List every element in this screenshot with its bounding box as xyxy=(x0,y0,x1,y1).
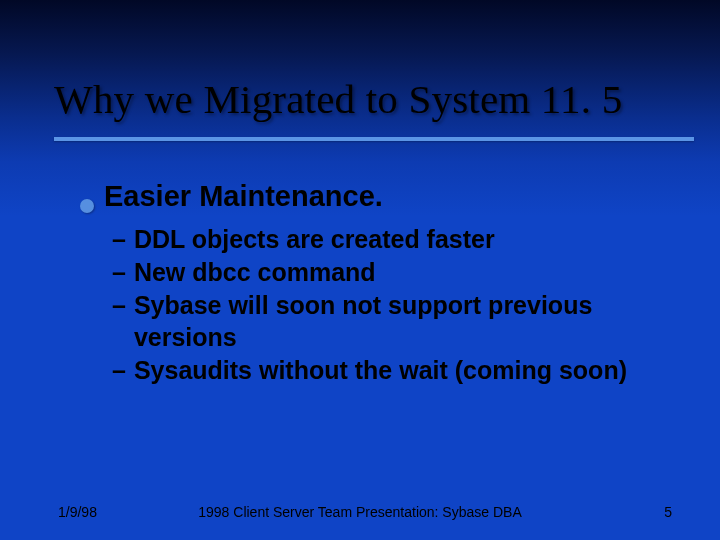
sub-bullet-text: New dbcc command xyxy=(134,256,670,288)
dash-icon: – xyxy=(112,223,126,255)
slide-title: Why we Migrated to System 11. 5 xyxy=(54,78,680,121)
sub-bullet-text: DDL objects are created faster xyxy=(134,223,670,255)
sub-bullet-text: Sybase will soon not support previous ve… xyxy=(134,289,670,353)
bullet-row: Easier Maintenance. xyxy=(80,180,670,213)
sub-bullet-list: – DDL objects are created faster – New d… xyxy=(112,223,670,386)
footer-page-number: 5 xyxy=(664,504,672,520)
dash-icon: – xyxy=(112,256,126,288)
slide-body: Easier Maintenance. – DDL objects are cr… xyxy=(80,180,670,387)
slide-footer: 1/9/98 1998 Client Server Team Presentat… xyxy=(0,498,720,520)
title-block: Why we Migrated to System 11. 5 xyxy=(54,78,680,141)
sub-bullet-item: – New dbcc command xyxy=(112,256,670,288)
bullet-heading: Easier Maintenance. xyxy=(104,180,383,213)
bullet-disc-icon xyxy=(80,199,94,213)
sub-bullet-item: – Sybase will soon not support previous … xyxy=(112,289,670,353)
sub-bullet-item: – DDL objects are created faster xyxy=(112,223,670,255)
slide: Why we Migrated to System 11. 5 Easier M… xyxy=(0,0,720,540)
dash-icon: – xyxy=(112,289,126,321)
sub-bullet-text: Sysaudits without the wait (coming soon) xyxy=(134,354,670,386)
footer-center: 1998 Client Server Team Presentation: Sy… xyxy=(0,504,720,520)
title-divider xyxy=(54,137,694,141)
dash-icon: – xyxy=(112,354,126,386)
sub-bullet-item: – Sysaudits without the wait (coming soo… xyxy=(112,354,670,386)
